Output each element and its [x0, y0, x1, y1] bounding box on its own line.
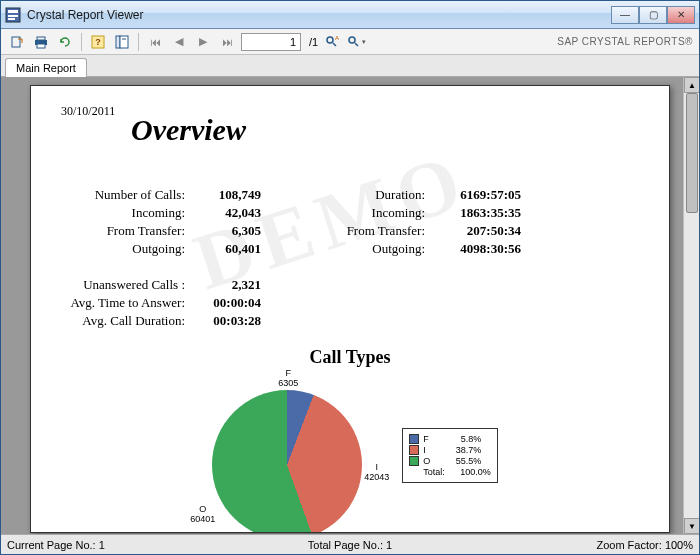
stat-label: Incoming:: [321, 205, 431, 221]
legend-swatch-o: [409, 456, 419, 466]
legend-total-pct: 100.0%: [449, 467, 491, 477]
legend-total-label: Total:: [423, 467, 445, 477]
svg-text:A: A: [335, 35, 339, 41]
slice-label-o: O60401: [190, 504, 215, 524]
svg-point-13: [327, 37, 333, 43]
stat-value: 60,401: [191, 241, 261, 257]
legend-swatch-i: [409, 445, 419, 455]
app-window: Crystal Report Viewer — ▢ ✕ ? ⏮ ◀ ▶ ⏭ /1…: [0, 0, 700, 555]
stat-value: 108,749: [191, 187, 261, 203]
maximize-button[interactable]: ▢: [639, 6, 667, 24]
first-page-button[interactable]: ⏮: [145, 32, 165, 52]
legend-pct: 38.7%: [439, 445, 481, 455]
svg-rect-11: [120, 36, 128, 48]
svg-text:?: ?: [95, 37, 101, 47]
svg-rect-2: [8, 15, 18, 17]
tab-main-report[interactable]: Main Report: [5, 58, 87, 77]
svg-rect-7: [37, 44, 45, 48]
toolbar-separator: [81, 33, 82, 51]
stat-value: 1863:35:35: [431, 205, 521, 221]
refresh-button[interactable]: [55, 32, 75, 52]
stat-label: Avg. Call Duration:: [61, 313, 191, 329]
legend-swatch-f: [409, 434, 419, 444]
last-page-button[interactable]: ⏭: [217, 32, 237, 52]
pie-chart: F6305 I42043 O60401: [202, 370, 372, 533]
slice-label-i: I42043: [364, 462, 389, 482]
close-button[interactable]: ✕: [667, 6, 695, 24]
page-total-label: /1: [309, 36, 318, 48]
stat-label: Avg. Time to Answer:: [61, 295, 191, 311]
status-bar: Current Page No.: 1 Total Page No.: 1 Zo…: [1, 534, 699, 554]
brand-label: SAP CRYSTAL REPORTS®: [557, 36, 693, 47]
find-button[interactable]: A: [322, 32, 342, 52]
report-page: DEMO 30/10/2011 Overview Number of Calls…: [30, 85, 670, 533]
stat-label: Outgoing:: [321, 241, 431, 257]
export-button[interactable]: [7, 32, 27, 52]
svg-rect-3: [8, 18, 15, 20]
svg-line-17: [355, 43, 358, 46]
scroll-up-button[interactable]: ▲: [684, 77, 699, 93]
svg-line-14: [333, 43, 336, 46]
stat-value: 42,043: [191, 205, 261, 221]
legend-pct: 5.8%: [439, 434, 481, 444]
legend-pct: 55.5%: [439, 456, 481, 466]
report-title: Overview: [131, 113, 639, 147]
toolbar-separator: [138, 33, 139, 51]
vertical-scrollbar[interactable]: ▲ ▼: [683, 77, 699, 534]
svg-point-16: [349, 37, 355, 43]
legend-name: F: [423, 434, 435, 444]
toolbar: ? ⏮ ◀ ▶ ⏭ /1 A ▾ SAP CRYSTAL REPORTS®: [1, 29, 699, 55]
stat-value: 2,321: [191, 277, 261, 293]
svg-rect-1: [8, 10, 18, 13]
toggle-tree-button[interactable]: [112, 32, 132, 52]
chart-title: Call Types: [61, 347, 639, 368]
stats-bottom: Unanswered Calls :2,321 Avg. Time to Ans…: [61, 277, 639, 329]
app-icon: [5, 7, 21, 23]
stats-right-col: Duration:6169:57:05 Incoming:1863:35:35 …: [321, 187, 521, 259]
stat-value: 6169:57:05: [431, 187, 521, 203]
window-title: Crystal Report Viewer: [27, 8, 611, 22]
chart-area: F6305 I42043 O60401 F5.8% I38.7% O55.5% …: [61, 370, 639, 533]
scroll-down-button[interactable]: ▼: [684, 518, 699, 534]
pie-graphic: [212, 390, 362, 533]
stats-grid: Number of Calls:108,749 Incoming:42,043 …: [61, 187, 639, 259]
status-zoom: Zoom Factor: 100%: [464, 539, 693, 551]
stat-value: 4098:30:56: [431, 241, 521, 257]
stat-label: Number of Calls:: [61, 187, 191, 203]
svg-rect-10: [116, 36, 120, 48]
scroll-thumb[interactable]: [686, 93, 698, 213]
page-number-input[interactable]: [241, 33, 301, 51]
stat-label: From Transfer:: [61, 223, 191, 239]
stat-label: From Transfer:: [321, 223, 431, 239]
chart-legend: F5.8% I38.7% O55.5% Total:100.0%: [402, 428, 498, 483]
report-viewer: DEMO 30/10/2011 Overview Number of Calls…: [1, 77, 699, 534]
toggle-params-button[interactable]: ?: [88, 32, 108, 52]
stat-label: Outgoing:: [61, 241, 191, 257]
stat-value: 00:00:04: [191, 295, 261, 311]
minimize-button[interactable]: —: [611, 6, 639, 24]
stat-value: 6,305: [191, 223, 261, 239]
legend-name: I: [423, 445, 435, 455]
status-current-page: Current Page No.: 1: [7, 539, 236, 551]
status-total-pages: Total Page No.: 1: [236, 539, 465, 551]
stat-label: Incoming:: [61, 205, 191, 221]
print-button[interactable]: [31, 32, 51, 52]
slice-label-f: F6305: [278, 368, 298, 388]
stats-left-col: Number of Calls:108,749 Incoming:42,043 …: [61, 187, 261, 259]
tab-bar: Main Report: [1, 55, 699, 77]
legend-name: O: [423, 456, 435, 466]
next-page-button[interactable]: ▶: [193, 32, 213, 52]
stat-value: 207:50:34: [431, 223, 521, 239]
stat-value: 00:03:28: [191, 313, 261, 329]
svg-rect-5: [37, 37, 45, 40]
stat-label: Duration:: [321, 187, 431, 203]
prev-page-button[interactable]: ◀: [169, 32, 189, 52]
titlebar: Crystal Report Viewer — ▢ ✕: [1, 1, 699, 29]
stat-label: Unanswered Calls :: [61, 277, 191, 293]
zoom-button[interactable]: ▾: [346, 32, 366, 52]
